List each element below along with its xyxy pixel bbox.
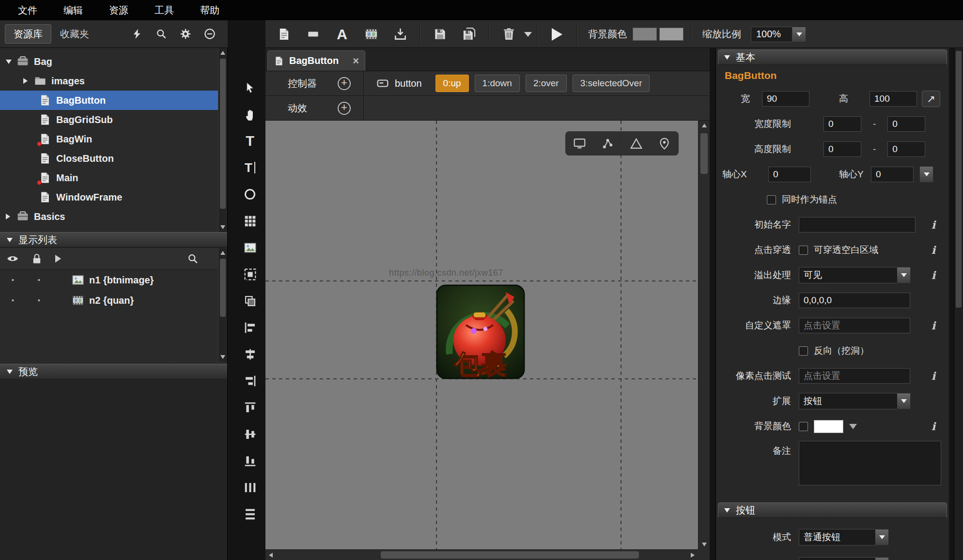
list-tool-icon[interactable]: [240, 211, 260, 231]
section-basic-header[interactable]: 基本: [718, 49, 947, 65]
custom-mask-button[interactable]: 点击设置: [799, 318, 910, 333]
tree-scrollbar[interactable]: [218, 48, 227, 232]
distribute-horizontal-icon[interactable]: [240, 478, 260, 497]
margin-input[interactable]: 0,0,0,0: [799, 293, 910, 308]
image-tool-icon[interactable]: [240, 238, 260, 257]
visible-dot-icon[interactable]: [0, 275, 26, 285]
bgcolor-checkbox[interactable]: [799, 422, 808, 431]
display-list-item[interactable]: n1 {btnimage}: [0, 270, 218, 290]
pivot-x-input[interactable]: 0: [768, 167, 811, 182]
component-tool-icon[interactable]: [240, 291, 260, 311]
scroll-up-icon[interactable]: [218, 48, 227, 58]
bg-color-swatch-2[interactable]: [659, 28, 683, 41]
tree-item-bagwin[interactable]: BagWin: [0, 129, 227, 149]
add-controller-icon[interactable]: [338, 77, 351, 90]
graph-tool-icon[interactable]: [240, 185, 260, 204]
menu-help[interactable]: 帮助: [187, 4, 233, 17]
tree-item-bagbutton[interactable]: BagButton: [0, 91, 227, 110]
align-left-icon[interactable]: [240, 318, 260, 337]
scroll-up-icon[interactable]: [218, 248, 227, 258]
add-effect-icon[interactable]: [338, 102, 351, 115]
info-icon[interactable]: [932, 244, 935, 256]
tree-item-bag[interactable]: Bag: [0, 52, 227, 71]
reverse-checkbox[interactable]: [799, 346, 808, 356]
display-list-scrollbar[interactable]: [218, 248, 227, 362]
align-right-icon[interactable]: [240, 371, 260, 390]
display-list-item[interactable]: n2 {quan}: [0, 290, 218, 311]
component-name-link[interactable]: BagButton: [716, 65, 949, 86]
tab-favorites[interactable]: 收藏夹: [51, 24, 98, 44]
publish-icon[interactable]: [497, 24, 520, 45]
shape-triangle-icon[interactable]: [630, 137, 643, 150]
lock-icon[interactable]: [31, 253, 43, 264]
scroll-thumb[interactable]: [381, 551, 639, 559]
section-button-header[interactable]: 按钮: [718, 502, 947, 518]
new-movieclip-icon[interactable]: [360, 24, 382, 45]
scroll-right-icon[interactable]: [687, 550, 698, 560]
scroll-down-icon[interactable]: [218, 352, 227, 362]
zoom-select[interactable]: 100%: [751, 27, 806, 42]
tree-item-closebutton[interactable]: CloseButton: [0, 149, 227, 168]
tree-item-basics[interactable]: Basics: [0, 207, 227, 226]
scroll-down-icon[interactable]: [699, 540, 710, 549]
height-input[interactable]: 100: [870, 91, 917, 107]
menu-edit[interactable]: 编辑: [50, 4, 96, 17]
preview-header[interactable]: 预览: [0, 364, 227, 379]
extension-select[interactable]: 按钮: [799, 393, 911, 409]
input-text-tool-icon[interactable]: [240, 158, 260, 177]
menu-file[interactable]: 文件: [5, 4, 50, 17]
canvas-vertical-scrollbar[interactable]: [698, 121, 710, 549]
expand-closed-icon[interactable]: [23, 78, 28, 84]
anchor-pin-icon[interactable]: [658, 137, 671, 150]
expand-closed-icon[interactable]: [6, 214, 10, 219]
lock-dot-icon[interactable]: [26, 296, 52, 305]
loader-tool-icon[interactable]: [240, 264, 260, 284]
tree-item-images[interactable]: images: [0, 71, 227, 91]
scroll-thumb[interactable]: [220, 259, 226, 317]
info-icon[interactable]: [932, 269, 935, 281]
clipped-select[interactable]: [799, 557, 889, 560]
play-order-icon[interactable]: [55, 255, 61, 263]
align-top-icon[interactable]: [240, 398, 260, 417]
button-mode-select[interactable]: 普通按钮: [799, 529, 889, 545]
pivot-preset-dropdown-icon[interactable]: [919, 166, 933, 183]
save-all-icon[interactable]: [458, 24, 480, 45]
touch-checkbox[interactable]: [799, 246, 808, 255]
tab-bagbutton[interactable]: BagButton: [267, 50, 365, 71]
height-limit-min-input[interactable]: 0: [823, 141, 861, 157]
publish-dropdown-icon[interactable]: [524, 32, 532, 37]
visibility-eye-icon[interactable]: [7, 253, 18, 264]
align-middle-vertical-icon[interactable]: [240, 424, 260, 444]
skeleton-nodes-icon[interactable]: [601, 137, 614, 150]
menu-resource[interactable]: 资源: [96, 4, 141, 17]
scroll-down-icon[interactable]: [218, 222, 227, 232]
remark-textarea[interactable]: [799, 441, 941, 485]
initial-name-input[interactable]: [799, 217, 916, 233]
dropdown-icon[interactable]: [875, 557, 889, 560]
menu-tools[interactable]: 工具: [141, 4, 187, 17]
info-icon[interactable]: [932, 218, 935, 231]
zoom-dropdown-icon[interactable]: [792, 27, 806, 42]
width-input[interactable]: 90: [762, 91, 809, 107]
import-icon[interactable]: [389, 24, 411, 45]
inspector-scrollbar[interactable]: [954, 48, 963, 560]
scroll-up-icon[interactable]: [699, 121, 710, 130]
state-selectedover-button[interactable]: 3:selectedOver: [573, 75, 650, 92]
test-play-button[interactable]: [546, 24, 568, 45]
save-icon[interactable]: [429, 24, 451, 45]
hand-pan-icon[interactable]: [240, 105, 260, 124]
refresh-lightning-icon[interactable]: [131, 28, 143, 40]
state-down-button[interactable]: 1:down: [475, 75, 520, 92]
info-icon[interactable]: [932, 319, 935, 332]
bgcolor-swatch[interactable]: [814, 420, 843, 433]
bag-button-image[interactable]: 包裹: [436, 284, 525, 379]
lock-dot-icon[interactable]: [26, 275, 52, 285]
distribute-vertical-icon[interactable]: [240, 504, 260, 524]
tab-resource-library[interactable]: 资源库: [5, 24, 51, 44]
overflow-select[interactable]: 可见: [799, 267, 911, 283]
bg-color-swatch-1[interactable]: [633, 28, 657, 41]
scroll-thumb[interactable]: [956, 51, 962, 308]
display-list-header[interactable]: 显示列表: [0, 232, 227, 248]
pivot-y-input[interactable]: 0: [871, 167, 914, 182]
pixel-hittest-button[interactable]: 点击设置: [799, 368, 910, 384]
